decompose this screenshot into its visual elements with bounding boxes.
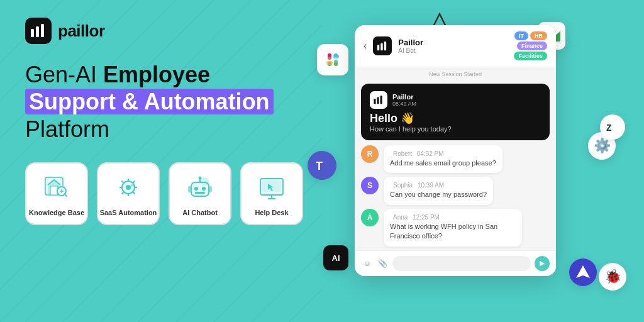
chat-input-icons: ☺ 📎 [361,257,389,270]
slack-icon [317,44,348,75]
svg-point-26 [126,185,131,190]
chat-back-button[interactable]: ‹ [364,40,367,52]
chat-input-box[interactable] [392,256,531,271]
ai-badge: AI [323,245,348,270]
chat-window: ‹ Paillor AI Bot IT HR Finance Facilitie… [355,25,556,276]
svg-rect-16 [31,29,34,37]
logo-icon [25,18,52,44]
bot-msg-header: Paillor 08:40 AM [370,91,541,109]
bot-sub: How can I help you today? [370,125,541,133]
svg-rect-48 [381,43,383,50]
svg-line-33 [133,180,135,182]
svg-rect-51 [377,97,379,104]
user-message-sophia: S Sophia 10:39 AM Can you change my pass… [361,177,550,204]
chat-logo [373,36,392,55]
feature-saas-automation[interactable]: SaaS Automation [97,162,160,225]
bot-avatar [370,91,387,109]
headline-line1: Gen-AI Employee [25,62,321,87]
svg-marker-64 [576,265,590,278]
headline: Gen-AI Employee Support & Automation Pla… [25,62,321,142]
chat-header: ‹ Paillor AI Bot IT HR Finance Facilitie… [355,25,556,67]
emoji-icon[interactable]: ☺ [361,257,374,270]
sophia-bubble: Sophia 10:39 AM Can you change my passwo… [384,177,493,204]
anna-text: What is working WFH policy in San Franci… [390,222,516,242]
ai-chatbot-icon [184,171,216,204]
right-panel: ‹ Paillor AI Bot IT HR Finance Facilitie… [304,6,631,321]
anna-bubble: Anna 12:25 PM What is working WFH policy… [384,209,522,247]
svg-line-34 [122,192,124,194]
help-desk-icon [255,171,288,204]
bot-message: Paillor 08:40 AM Hello 👋 How can I help … [361,84,550,140]
nav-icon [569,258,597,286]
saas-automation-label: SaaS Automation [100,209,157,217]
sophia-avatar: S [361,177,379,194]
features-row: Knowledge Base [25,162,321,225]
bot-name: Paillor [392,93,416,101]
knowledge-base-label: Knowledge Base [29,209,84,217]
svg-text:Z: Z [606,123,612,133]
chat-input-area: ☺ 📎 ▶ [355,250,556,276]
bug-icon: 🐞 [599,263,626,291]
session-label: New Session Started [355,67,556,80]
tag-it: IT [514,31,528,40]
svg-rect-60 [333,55,339,58]
svg-rect-42 [209,186,212,192]
chat-tags: IT HR Finance Facilities [514,31,547,60]
svg-rect-38 [195,192,205,194]
svg-line-32 [133,192,135,194]
chat-name: Paillor [398,38,508,47]
left-panel: paillor Gen-AI Employee Support & Automa… [19,0,321,322]
attach-icon[interactable]: 📎 [376,257,389,270]
feature-help-desk[interactable]: Help Desk [240,162,303,225]
saas-automation-icon [112,171,145,204]
help-desk-label: Help Desk [255,209,288,217]
bot-time: 08:40 AM [392,101,416,107]
svg-rect-58 [334,60,338,66]
send-button[interactable]: ▶ [535,256,550,271]
teams-icon: T [308,151,336,180]
zendesk-icon: Z [600,114,625,140]
tag-finance: Finance [517,42,547,50]
svg-text:T: T [316,160,323,172]
anna-avatar: A [361,209,379,226]
user-message-anna: A Anna 12:25 PM What is working WFH poli… [361,209,550,247]
svg-rect-47 [377,45,379,50]
user-message-robert: R Robert 04:52 PM Add me sales email gro… [361,145,550,173]
tag-facilities: Facilities [514,52,547,60]
svg-point-37 [202,187,206,191]
knowledge-base-icon [40,171,73,204]
brand-name: paillor [58,21,105,41]
svg-rect-41 [188,186,191,192]
headline-line3: Platform [25,116,321,142]
chat-header-info: Paillor AI Bot [398,38,508,54]
svg-line-24 [65,194,67,196]
svg-rect-52 [380,96,382,104]
robert-text: Add me sales email group please? [390,158,496,168]
svg-line-31 [122,180,124,182]
robert-bubble: Robert 04:52 PM Add me sales email group… [384,145,502,173]
svg-rect-59 [326,61,333,65]
feature-knowledge-base[interactable]: Knowledge Base [25,162,88,225]
logo-area: paillor [25,18,321,44]
chat-sub: AI Bot [398,47,508,54]
bot-hello: Hello 👋 [370,111,541,125]
svg-rect-57 [328,53,331,60]
svg-rect-50 [374,99,375,104]
robert-avatar: R [361,145,379,163]
feature-ai-chatbot[interactable]: AI Chatbot [169,162,231,225]
svg-rect-17 [36,26,39,37]
headline-line2: Support & Automation [25,89,321,114]
sophia-text: Can you change my password? [390,190,487,199]
tag-hr: HR [530,31,547,40]
ai-chatbot-label: AI Chatbot [182,209,218,217]
svg-rect-49 [384,42,386,50]
svg-rect-18 [41,24,44,37]
svg-point-36 [194,187,198,191]
